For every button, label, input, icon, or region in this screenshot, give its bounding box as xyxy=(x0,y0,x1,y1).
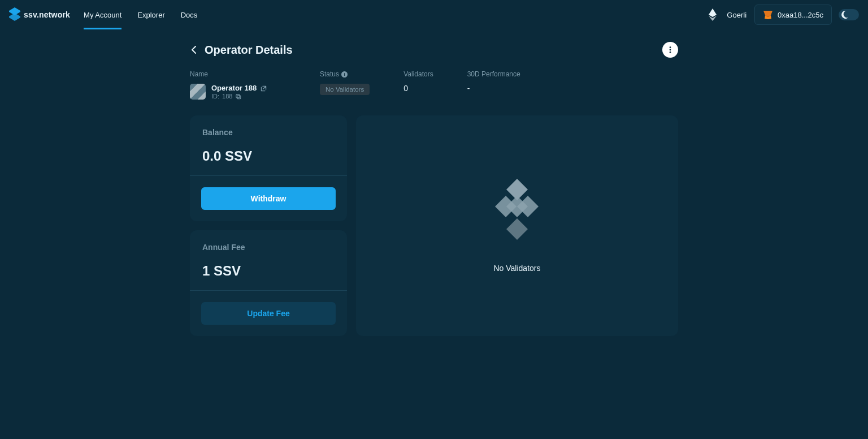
brand-logo-wrap[interactable]: ssv.network xyxy=(9,7,70,22)
back-arrow-icon[interactable] xyxy=(190,45,199,54)
kebab-icon xyxy=(666,46,674,54)
operator-stats-row: Name Operator 188 ID: 188 xyxy=(190,70,678,100)
update-fee-button[interactable]: Update Fee xyxy=(201,302,336,325)
empty-validators-icon xyxy=(495,179,539,241)
stat-name: Name Operator 188 ID: 188 xyxy=(190,70,286,100)
stat-label-performance: 30D Performance xyxy=(467,70,520,78)
operator-id: 188 xyxy=(222,93,232,100)
stat-label-status-text: Status xyxy=(320,70,339,78)
theme-toggle[interactable] xyxy=(839,9,859,20)
top-nav: ssv.network My Account Explorer Docs Goe… xyxy=(0,0,868,29)
stat-validators: Validators 0 xyxy=(403,70,433,93)
balance-card: Balance 0.0 SSV Withdraw xyxy=(190,115,347,221)
copy-icon[interactable] xyxy=(235,92,242,100)
nav-docs[interactable]: Docs xyxy=(181,0,198,29)
nav-link-label: Explorer xyxy=(137,11,164,19)
metamask-icon xyxy=(763,10,773,20)
fee-title: Annual Fee xyxy=(202,243,335,252)
svg-marker-2 xyxy=(709,8,717,17)
svg-marker-13 xyxy=(495,196,517,217)
stat-label-name: Name xyxy=(190,70,286,78)
stat-performance: 30D Performance - xyxy=(467,70,520,93)
svg-point-6 xyxy=(670,46,671,48)
external-link-icon[interactable] xyxy=(260,84,267,92)
nav-my-account[interactable]: My Account xyxy=(84,0,121,29)
status-badge: No Validators xyxy=(320,84,370,95)
ssv-logo-icon xyxy=(9,7,20,22)
balance-value: 0.0 SSV xyxy=(202,148,335,164)
svg-rect-9 xyxy=(237,96,241,99)
page-header: Operator Details xyxy=(190,42,678,58)
svg-rect-10 xyxy=(236,94,240,98)
stat-label-status: Status i xyxy=(320,70,370,78)
fee-card: Annual Fee 1 SSV Update Fee xyxy=(190,230,347,336)
page-title: Operator Details xyxy=(205,44,293,57)
svg-point-8 xyxy=(670,51,671,53)
network-indicator[interactable]: Goerli xyxy=(709,8,747,21)
withdraw-button[interactable]: Withdraw xyxy=(201,187,336,210)
wallet-address: 0xaa18...2c5c xyxy=(778,11,823,19)
nav-explorer[interactable]: Explorer xyxy=(137,0,164,29)
svg-marker-1 xyxy=(9,13,20,21)
operator-avatar xyxy=(190,84,206,100)
empty-validators-text: No Validators xyxy=(493,264,540,273)
validators-panel: No Validators xyxy=(356,115,678,336)
svg-marker-15 xyxy=(506,218,528,240)
operator-id-prefix: ID: xyxy=(211,93,219,100)
ethereum-icon xyxy=(709,8,717,21)
more-actions-button[interactable] xyxy=(662,42,678,58)
svg-point-7 xyxy=(670,49,671,51)
validators-count: 0 xyxy=(403,84,433,93)
nav-link-label: Docs xyxy=(181,11,198,19)
moon-icon xyxy=(840,10,849,19)
nav-links: My Account Explorer Docs xyxy=(84,0,197,29)
balance-title: Balance xyxy=(202,128,335,137)
svg-marker-4 xyxy=(763,11,772,17)
fee-value: 1 SSV xyxy=(202,263,335,279)
nav-link-label: My Account xyxy=(84,11,121,19)
stat-label-validators: Validators xyxy=(403,70,433,78)
info-icon[interactable]: i xyxy=(341,71,348,78)
wallet-button[interactable]: 0xaa18...2c5c xyxy=(754,5,832,25)
stat-status: Status i No Validators xyxy=(320,70,370,95)
operator-name: Operator 188 xyxy=(211,84,257,92)
network-label: Goerli xyxy=(727,11,747,19)
brand-name: ssv.network xyxy=(24,10,70,19)
performance-value: - xyxy=(467,84,520,93)
